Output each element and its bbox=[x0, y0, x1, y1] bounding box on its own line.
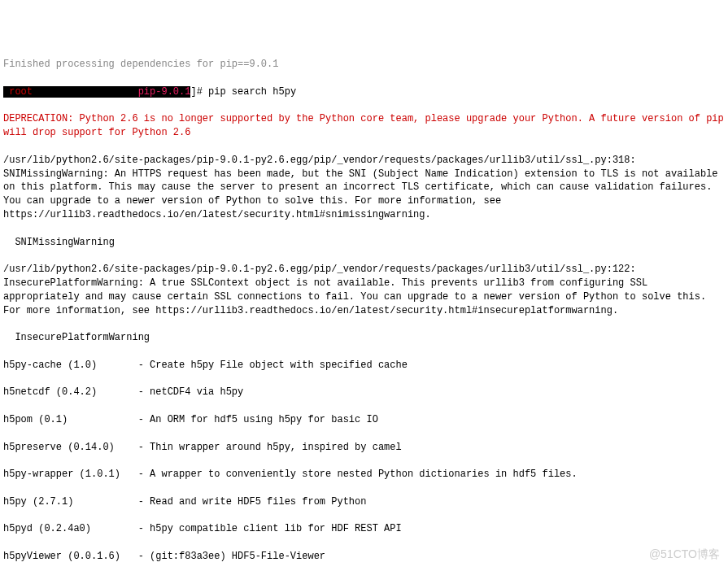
result-row: h5pyd (0.2.4a0) - h5py compatible client… bbox=[3, 522, 725, 536]
prompt-line-1[interactable]: [root@VM_149_70_centos pip-9.0.1]# pip s… bbox=[3, 85, 725, 99]
cwd: pip-9.0.1 bbox=[138, 86, 191, 98]
result-row: h5preserve (0.14.0) - Thin wrapper aroun… bbox=[3, 441, 725, 455]
prev-output: Finished processing dependencies for pip… bbox=[3, 58, 725, 72]
result-row: h5pom (0.1) - An ORM for hdf5 using h5py… bbox=[3, 413, 725, 427]
watermark: @51CTO博客 bbox=[649, 547, 720, 563]
sni-label: SNIMissingWarning bbox=[3, 236, 725, 250]
result-row: h5py-wrapper (1.0.1) - A wrapper to conv… bbox=[3, 468, 725, 482]
insecure-label-1: InsecurePlatformWarning bbox=[3, 331, 725, 345]
sni-warning-1: /usr/lib/python2.6/site-packages/pip-9.0… bbox=[3, 154, 725, 222]
result-row: h5py-cache (1.0) - Create h5py File obje… bbox=[3, 359, 725, 373]
root-user: root bbox=[9, 86, 33, 98]
hostname: @VM_149_70_centos bbox=[33, 86, 138, 98]
bracket-close: ]# bbox=[190, 86, 208, 98]
result-row: h5py (2.7.1) - Read and write HDF5 files… bbox=[3, 495, 725, 509]
command-text: pip search h5py bbox=[208, 86, 296, 98]
result-row: h5pyViewer (0.0.1.6) - (git:f83a3ee) HDF… bbox=[3, 550, 725, 564]
deprecation-warning: DEPRECATION: Python 2.6 is no longer sup… bbox=[3, 112, 725, 140]
insecure-warning-1: /usr/lib/python2.6/site-packages/pip-9.0… bbox=[3, 263, 725, 317]
result-row: h5netcdf (0.4.2) - netCDF4 via h5py bbox=[3, 386, 725, 399]
